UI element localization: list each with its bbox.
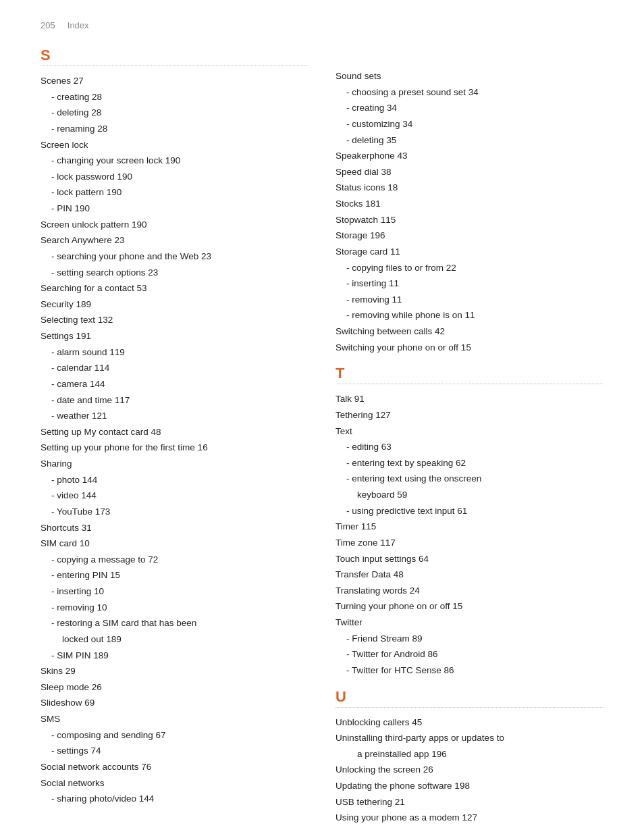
entry: Sleep mode 26: [41, 679, 308, 696]
entry: Sharing: [41, 456, 308, 472]
s-divider: [41, 66, 308, 66]
entry: Social network accounts 76: [41, 759, 308, 775]
entry: Using your phone as a modem 127: [336, 810, 603, 826]
entry: - inserting 10: [41, 583, 308, 600]
entry: Tethering 127: [336, 407, 603, 423]
entry: - YouTube 173: [41, 504, 308, 520]
entry: Storage 196: [336, 228, 603, 244]
left-column: S Scenes 27 - creating 28 - deleting 28 …: [41, 44, 308, 826]
entry: - lock pattern 190: [41, 184, 308, 201]
entry: Selecting text 132: [41, 312, 308, 328]
entry: locked out 189: [41, 631, 308, 648]
section-u-letter: U: [336, 688, 603, 706]
entry: - weather 121: [41, 408, 308, 424]
entry: - changing your screen lock 190: [41, 153, 308, 169]
entry: Sound sets: [336, 68, 603, 84]
entry: Twitter: [336, 615, 603, 631]
entry: Updating the phone software 198: [336, 778, 603, 794]
entry: Translating words 24: [336, 583, 603, 599]
entry: a preinstalled app 196: [336, 746, 603, 762]
entry: - deleting 35: [336, 132, 603, 149]
entry: Unlocking the screen 26: [336, 762, 603, 778]
entry: - restoring a SIM card that has been: [41, 615, 308, 631]
entry: Unblocking callers 45: [336, 714, 603, 731]
entry: - renaming 28: [41, 121, 308, 137]
entry: Stocks 181: [336, 196, 603, 212]
entry: - entering text using the onscreen: [336, 471, 603, 487]
page-header: 205 Index: [41, 20, 603, 30]
section-t-letter: T: [336, 365, 603, 382]
entry: - copying a message to 72: [41, 552, 308, 568]
entry: Scenes 27: [41, 73, 308, 89]
entry: - SIM PIN 189: [41, 648, 308, 664]
entry: - deleting 28: [41, 105, 308, 121]
entry: SMS: [41, 711, 308, 727]
t-divider: [336, 384, 603, 384]
entry: USB tethering 21: [336, 794, 603, 810]
entry: Switching between calls 42: [336, 323, 603, 340]
entry: - video 144: [41, 488, 308, 504]
entry: - customizing 34: [336, 116, 603, 132]
entry: Status icons 18: [336, 180, 603, 196]
entry: Timer 115: [336, 519, 603, 535]
entry: - date and time 117: [41, 392, 308, 409]
entry: Touch input settings 64: [336, 551, 603, 567]
entry: Time zone 117: [336, 535, 603, 551]
entry: - choosing a preset sound set 34: [336, 84, 603, 101]
entry: Search Anywhere 23: [41, 232, 308, 249]
entry: SIM card 10: [41, 536, 308, 552]
entry: - entering text by speaking 62: [336, 455, 603, 471]
entry: Switching your phone on or off 15: [336, 340, 603, 356]
page-number: 205: [41, 20, 55, 30]
entry: Skins 29: [41, 663, 308, 679]
entry: - Twitter for Android 86: [336, 646, 603, 662]
entry: - PIN 190: [41, 201, 308, 217]
entry: - lock password 190: [41, 169, 308, 185]
entry: Settings 191: [41, 328, 308, 344]
entry: Storage card 11: [336, 244, 603, 260]
entry: - removing while phone is on 11: [336, 307, 603, 323]
entry: - removing 10: [41, 600, 308, 616]
entry: - creating 28: [41, 89, 308, 105]
section-title: Index: [68, 20, 89, 30]
entry: - removing 11: [336, 292, 603, 308]
entry: Speed dial 38: [336, 164, 603, 180]
entry: Text: [336, 423, 603, 440]
entry: - composing and sending 67: [41, 727, 308, 744]
entry: Screen unlock pattern 190: [41, 217, 308, 233]
entry: - Friend Stream 89: [336, 631, 603, 647]
entry: - editing 63: [336, 439, 603, 455]
entry: Speakerphone 43: [336, 148, 603, 164]
index-columns: S Scenes 27 - creating 28 - deleting 28 …: [41, 44, 603, 826]
entry: - camera 144: [41, 376, 308, 392]
u-divider: [336, 707, 603, 708]
entry: - calendar 114: [41, 360, 308, 376]
entry: - inserting 11: [336, 276, 603, 292]
entry: - creating 34: [336, 100, 603, 116]
entry: - Twitter for HTC Sense 86: [336, 662, 603, 679]
entry: Screen lock: [41, 137, 308, 153]
entry: Uninstalling third-party apps or updates…: [336, 730, 603, 746]
page: 205 Index S Scenes 27 - creating 28 - de…: [0, 0, 644, 834]
entry: Slideshow 69: [41, 695, 308, 711]
entry: - using predictive text input 61: [336, 503, 603, 519]
entry: Setting up My contact card 48: [41, 424, 308, 440]
entry: Searching for a contact 53: [41, 280, 308, 296]
entry: Turning your phone on or off 15: [336, 598, 603, 615]
entry: Stopwatch 115: [336, 212, 603, 228]
entry: - sharing photo/video 144: [41, 791, 308, 807]
entry: - setting search options 23: [41, 265, 308, 281]
entry: - settings 74: [41, 743, 308, 759]
entry: - photo 144: [41, 472, 308, 488]
entry: keyboard 59: [336, 487, 603, 503]
entry: Shortcuts 31: [41, 520, 308, 536]
entry: Transfer Data 48: [336, 567, 603, 583]
entry: Security 189: [41, 296, 308, 313]
right-column: Sound sets - choosing a preset sound set…: [336, 44, 603, 826]
entry: - entering PIN 15: [41, 567, 308, 583]
entry: Talk 91: [336, 391, 603, 407]
section-s-letter: S: [41, 47, 308, 64]
entry: Setting up your phone for the first time…: [41, 440, 308, 456]
entry: - copying files to or from 22: [336, 260, 603, 276]
entry: - searching your phone and the Web 23: [41, 249, 308, 265]
